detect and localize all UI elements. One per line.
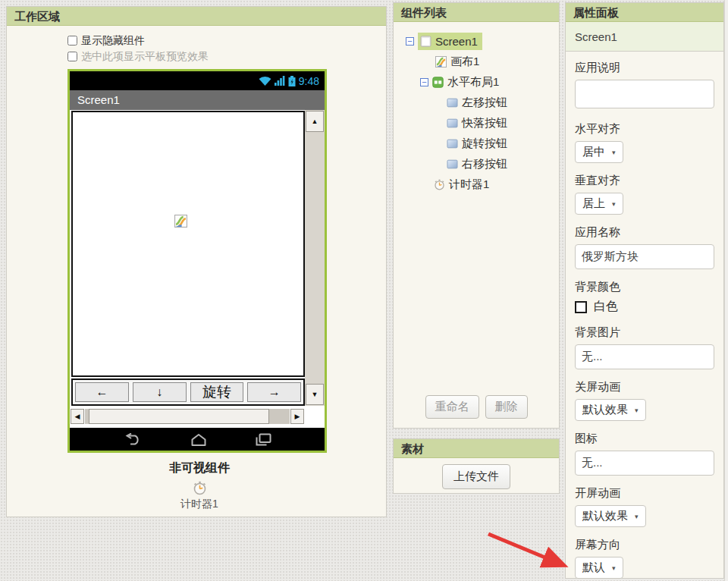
component-list-title: 组件列表 — [394, 3, 559, 22]
home-icon[interactable] — [190, 433, 208, 446]
tablet-preview-row[interactable]: 选中此项显示平板预览效果 — [67, 49, 386, 64]
tree-item-rotate-button[interactable]: 旋转按钮 — [394, 133, 559, 154]
layout-icon — [432, 77, 444, 88]
vertical-align-select[interactable]: 居上 ▾ — [575, 193, 623, 215]
tree-item-left-button[interactable]: 左移按钮 — [394, 93, 559, 113]
status-time: 9:48 — [299, 75, 319, 87]
collapse-expander-icon[interactable]: − — [406, 37, 414, 46]
horizontal-align-label: 水平对齐 — [575, 122, 714, 137]
tree-label-drop-button: 快落按钮 — [462, 116, 507, 130]
horizontal-scrollbar[interactable]: ◀ ▶ — [70, 408, 305, 425]
close-screen-animation-label: 关屏动画 — [575, 380, 714, 394]
tablet-preview-label: 选中此项显示平板预览效果 — [81, 50, 209, 64]
button-icon — [447, 118, 458, 129]
button-icon — [447, 97, 458, 108]
icon-label: 图标 — [575, 432, 714, 446]
scroll-right-icon[interactable]: ▶ — [290, 409, 304, 424]
show-hidden-components-label: 显示隐藏组件 — [81, 34, 145, 48]
phone-mockup: 9:48 Screen1 ← ↓ 旋转 → ▲ ▼ ◀ — [67, 69, 327, 453]
background-color-label: 背景颜色 — [575, 280, 714, 294]
nonvisible-components-title: 非可视组件 — [67, 460, 331, 476]
delete-button[interactable]: 删除 — [485, 395, 528, 419]
horizontal-scroll-thumb[interactable] — [89, 409, 269, 424]
background-image-label: 背景图片 — [575, 325, 714, 340]
drop-button[interactable]: ↓ — [133, 382, 187, 402]
scroll-up-icon[interactable]: ▲ — [306, 111, 324, 132]
chevron-down-icon: ▾ — [612, 149, 616, 156]
background-image-input[interactable] — [575, 344, 714, 369]
tree-label-timer1: 计时器1 — [449, 177, 489, 192]
screen-orientation-value: 默认 — [582, 561, 605, 575]
page-scrollbar[interactable] — [724, 0, 728, 581]
background-color-picker[interactable]: 白色 — [575, 299, 714, 315]
rename-button[interactable]: 重命名 — [425, 395, 479, 419]
chevron-down-icon: ▾ — [612, 200, 616, 208]
show-hidden-components-checkbox[interactable] — [67, 36, 77, 46]
vertical-align-label: 垂直对齐 — [575, 174, 714, 188]
app-description-label: 应用说明 — [575, 61, 714, 75]
tree-label-canvas1: 画布1 — [450, 55, 479, 69]
workspace-panel: 工作区域 显示隐藏组件 选中此项显示平板预览效果 9:48 Screen1 — [6, 6, 387, 517]
collapse-expander-icon[interactable]: − — [420, 78, 428, 86]
button-icon — [447, 138, 458, 149]
canvas-placeholder-icon — [174, 215, 187, 228]
background-color-value: 白色 — [594, 299, 618, 315]
tree-label-rotate-button: 旋转按钮 — [462, 137, 507, 151]
tree-item-screen1[interactable]: − Screen1 — [394, 31, 559, 52]
close-screen-animation-select[interactable]: 默认效果 ▾ — [575, 399, 646, 421]
tree-label-hlayout1: 水平布局1 — [447, 75, 499, 90]
screen-icon — [420, 36, 431, 47]
app-description-textarea[interactable] — [575, 80, 714, 108]
tree-item-drop-button[interactable]: 快落按钮 — [394, 113, 559, 133]
tree-item-right-button[interactable]: 右移按钮 — [394, 154, 559, 174]
screen-orientation-select[interactable]: 默认 ▾ — [575, 557, 623, 579]
tree-label-screen1: Screen1 — [435, 35, 478, 48]
tablet-preview-checkbox[interactable] — [67, 52, 77, 61]
app-name-input[interactable] — [575, 244, 714, 269]
open-screen-animation-value: 默认效果 — [582, 509, 628, 523]
scroll-left-icon[interactable]: ◀ — [71, 409, 84, 424]
scroll-down-icon[interactable]: ▼ — [306, 384, 324, 405]
workspace-panel-title: 工作区域 — [7, 7, 386, 26]
button-icon — [447, 159, 458, 170]
horizontal-scroll-track[interactable] — [85, 409, 290, 424]
move-left-button[interactable]: ← — [75, 382, 129, 402]
properties-panel-title: 属性面板 — [566, 3, 723, 22]
annotation-arrow — [479, 528, 578, 573]
screen-orientation-label: 屏幕方向 — [575, 538, 714, 552]
open-screen-animation-select[interactable]: 默认效果 ▾ — [575, 505, 646, 527]
timer-icon — [434, 179, 445, 190]
recents-icon[interactable] — [255, 433, 272, 446]
component-tree: − Screen1 画布1 − 水平布局1 左移按钮 快落按钮 旋转按钮 — [394, 22, 559, 195]
vertical-scrollbar[interactable]: ▲ ▼ — [305, 110, 325, 406]
color-swatch[interactable] — [575, 301, 587, 313]
horizontal-align-value: 居中 — [582, 145, 605, 159]
move-right-button[interactable]: → — [247, 382, 301, 402]
nonvisible-timer-component[interactable]: 计时器1 — [67, 481, 331, 511]
icon-input[interactable] — [575, 451, 714, 476]
tree-item-hlayout1[interactable]: − 水平布局1 — [394, 72, 559, 93]
tree-selection-highlight[interactable]: Screen1 — [418, 33, 482, 50]
close-screen-animation-value: 默认效果 — [582, 403, 628, 417]
component-list-panel: 组件列表 − Screen1 画布1 − 水平布局1 左移按钮 快落按钮 — [393, 2, 560, 429]
tree-label-left-button: 左移按钮 — [462, 96, 507, 110]
wifi-icon — [259, 76, 271, 86]
canvas-component[interactable] — [71, 111, 305, 377]
horizontal-align-select[interactable]: 居中 ▾ — [575, 141, 623, 163]
tree-item-timer1[interactable]: 计时器1 — [394, 174, 559, 195]
app-name-label: 应用名称 — [575, 225, 714, 240]
properties-panel: 属性面板 Screen1 应用说明 水平对齐 居中 ▾ 垂直对齐 居上 ▾ 应用… — [565, 2, 724, 579]
chevron-down-icon: ▾ — [635, 513, 639, 520]
back-icon[interactable] — [123, 433, 143, 446]
show-hidden-components-row[interactable]: 显示隐藏组件 — [67, 33, 386, 49]
rotate-button[interactable]: 旋转 — [190, 382, 244, 402]
vertical-align-value: 居上 — [582, 196, 605, 211]
battery-icon — [288, 76, 296, 86]
signal-icon — [275, 76, 285, 86]
upload-file-button[interactable]: 上传文件 — [442, 464, 510, 489]
horizontal-layout-component: ← ↓ 旋转 → — [71, 378, 305, 406]
chevron-down-icon: ▾ — [635, 407, 639, 414]
vertical-scroll-track[interactable] — [305, 133, 325, 383]
tree-item-canvas1[interactable]: 画布1 — [394, 52, 559, 72]
media-panel-title: 素材 — [394, 439, 559, 458]
